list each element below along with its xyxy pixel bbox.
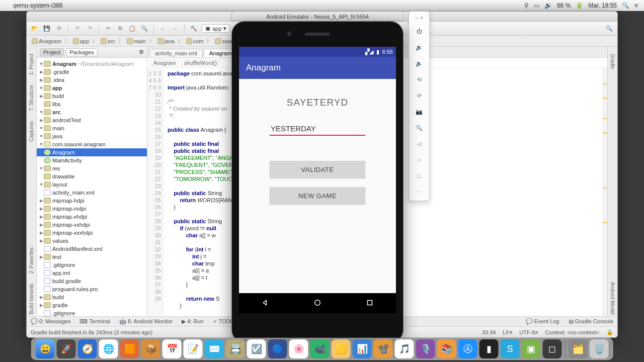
phone-screen[interactable]: ▞◢ ▮ 6:55 Anagram SAYETERYD VALIDATE NEW… [239, 47, 396, 313]
undo-icon[interactable]: ↶ [73, 25, 82, 33]
emu-zoom-icon[interactable]: 🔍 [414, 122, 425, 133]
dock-skype[interactable]: S [501, 339, 520, 358]
find-icon[interactable]: 🔍 [140, 25, 148, 33]
emu-voldown-icon[interactable]: 🔉 [414, 58, 425, 69]
run-config-selector[interactable]: ▣ app ▾ [202, 24, 230, 33]
paste-icon[interactable]: 📋 [128, 25, 136, 33]
tw-event-log[interactable]: 💬 Event Log [526, 318, 559, 325]
dock-podcast[interactable]: 🎙️ [416, 339, 435, 358]
project-tree[interactable]: ▼Anagram ~/Downloads/Anagram ▶.gradle ▶.… [37, 58, 147, 316]
copy-icon[interactable]: ⧉ [116, 25, 124, 33]
make-icon[interactable]: 🔨 [190, 25, 198, 33]
emu-volup-icon[interactable]: 🔊 [414, 42, 425, 53]
dock-chrome[interactable]: 🌐 [99, 339, 118, 358]
dock-finder[interactable]: 😀 [36, 339, 55, 358]
nav-back-icon[interactable] [261, 298, 270, 308]
emu-rotate-right-icon[interactable]: ⟳ [414, 90, 425, 101]
crumb-0[interactable]: Anagram [30, 38, 63, 44]
dock-photos[interactable]: 🌸 [289, 339, 308, 358]
gutter-captures[interactable]: Captures [28, 119, 35, 144]
answer-input[interactable] [270, 122, 365, 136]
emu-overview-icon[interactable]: □ [414, 170, 425, 182]
gutter-project[interactable]: 1: Project [28, 52, 35, 77]
crumb-1[interactable]: app [71, 38, 91, 44]
emu-home-icon[interactable]: ○ [414, 154, 425, 165]
dock-facetime[interactable]: 📹 [310, 339, 330, 358]
tw-gradle-console[interactable]: ▤ Gradle Console [569, 318, 614, 325]
redo-icon[interactable]: ↷ [86, 25, 94, 33]
dock-contacts[interactable]: 📇 [226, 339, 245, 358]
crumb-5[interactable]: com [184, 38, 206, 44]
status-encoding[interactable]: UTF-8≠ [519, 329, 538, 335]
dock-keynote[interactable]: 📽️ [374, 339, 393, 358]
forward-icon[interactable]: → [171, 25, 179, 33]
sync-icon[interactable]: ⟳ [55, 25, 63, 33]
gutter-structure[interactable]: 7: Structure [28, 83, 35, 113]
dock-terminal[interactable]: ▮ [479, 339, 499, 358]
search-everywhere-icon[interactable]: 🔍 [605, 25, 613, 33]
open-icon[interactable]: 📂 [31, 25, 39, 33]
emu-rotate-left-icon[interactable]: ⟲ [414, 74, 425, 85]
dock-appstore[interactable]: Ⓐ [458, 339, 477, 358]
dock-app2[interactable]: 📦 [141, 339, 160, 358]
editor-tab-activity[interactable]: activity_main.xml [149, 49, 203, 57]
validate-button[interactable]: VALIDATE [270, 161, 365, 178]
dock-ibooks[interactable]: 📚 [437, 339, 456, 358]
marker-strip[interactable] [602, 68, 607, 316]
dock-reminders[interactable]: ☑️ [247, 339, 266, 358]
dock-app4[interactable]: 🟨 [332, 339, 351, 358]
dock-safari[interactable]: 🧭 [78, 339, 97, 358]
emu-back-icon[interactable]: ◁ [414, 138, 425, 149]
menubar-app-name[interactable]: qemu-system-i386 [13, 2, 63, 9]
tw-monitor[interactable]: 🤖 6: Android Monitor [119, 318, 173, 325]
dock-mail[interactable]: ✉️ [205, 339, 224, 358]
cut-icon[interactable]: ✂ [104, 25, 112, 33]
editor-crumb-class[interactable]: Anagram [150, 59, 179, 66]
dock-app5[interactable]: ◻ [543, 339, 562, 358]
dock-app1[interactable]: 🟧 [120, 339, 139, 358]
dock-notes[interactable]: 📝 [184, 339, 203, 358]
battery-icon[interactable]: 🔋 [576, 2, 583, 9]
emu-more-icon[interactable]: ⋯ [414, 187, 425, 198]
status-caret[interactable]: 33:34 [482, 329, 496, 335]
notification-icon[interactable]: ≡ [634, 2, 638, 9]
menubar-clock[interactable]: Mar. 18:55 [588, 2, 617, 9]
dock-calendar[interactable]: 📅 [163, 339, 182, 358]
spotlight-icon[interactable]: 🔍 [622, 2, 629, 9]
tw-run[interactable]: ▶ 4: Run [182, 318, 203, 325]
status-linesep[interactable]: LF≠ [503, 329, 512, 335]
project-tab-project[interactable]: Project [40, 48, 64, 56]
gutter-build-variants[interactable]: Build Variants [28, 282, 35, 316]
volume-icon[interactable]: 🔊 [544, 2, 552, 9]
newgame-button[interactable]: NEW GAME [270, 187, 365, 204]
gutter-gradle[interactable]: Gradle [609, 52, 616, 71]
panel-gear-icon[interactable]: ⚙ [139, 49, 144, 55]
gutter-favorites[interactable]: 2: Favorites [28, 245, 35, 276]
nav-recent-icon[interactable] [365, 298, 374, 308]
tw-messages[interactable]: 💬 0: Messages [31, 318, 70, 325]
emu-close-icon[interactable]: × [420, 15, 423, 21]
tw-terminal[interactable]: ⌨ Terminal [79, 318, 110, 325]
airplay-icon[interactable]: ▭ [534, 2, 539, 9]
gutter-android-model[interactable]: Android Model [609, 280, 616, 316]
back-icon[interactable]: ← [159, 25, 167, 33]
dock-numbers[interactable]: 📊 [353, 339, 372, 358]
emulator-titlebar[interactable]: Android Emulator - Nexus_5_API_N:5554 [231, 11, 404, 21]
emu-power-icon[interactable]: ⏻ [414, 26, 425, 37]
status-context[interactable]: Context: <no context> [545, 329, 599, 335]
dock-androidstudio[interactable]: ▣ [522, 339, 541, 358]
crumb-3[interactable]: main [125, 38, 148, 44]
project-tab-packages[interactable]: Packages [66, 48, 97, 56]
crumb-4[interactable]: java [155, 38, 177, 44]
dock-itunes[interactable]: 🎵 [395, 339, 414, 358]
editor-crumb-method[interactable]: shuffleWord() [181, 59, 220, 66]
dock-app3[interactable]: 🔵 [268, 339, 287, 358]
nav-home-icon[interactable] [313, 298, 322, 308]
status-lock-icon[interactable]: 🔒 [606, 329, 613, 335]
crumb-2[interactable]: src [99, 38, 117, 44]
emu-camera-icon[interactable]: 📷 [414, 106, 425, 117]
emu-minimize-icon[interactable]: – [415, 15, 418, 21]
dock-launchpad[interactable]: 🚀 [57, 339, 76, 358]
dock-stack[interactable]: 🗂️ [569, 339, 588, 358]
save-icon[interactable]: 💾 [43, 25, 51, 33]
